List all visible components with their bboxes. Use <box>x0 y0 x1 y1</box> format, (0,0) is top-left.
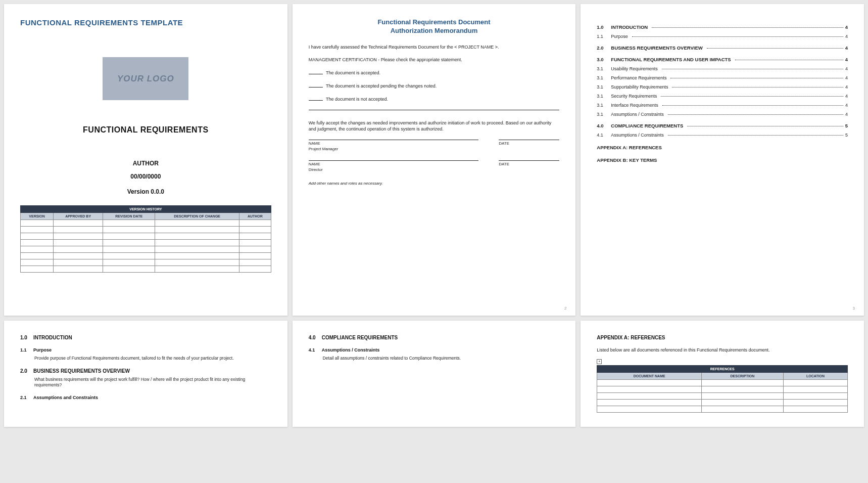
toc-row: 3.1Performance Requirements4 <box>597 75 848 80</box>
toc-row: 1.0INTRODUCTION4 <box>597 24 848 30</box>
toc-row: 4.0COMPLIANCE REQUIREMENTS5 <box>597 123 848 128</box>
date-label: 00/00/0000 <box>20 173 271 180</box>
document-title: FUNCTIONAL REQUIREMENTS <box>20 125 271 135</box>
signature-block-1: NAMEProject Manager DATE <box>309 140 560 151</box>
appendix-b: APPENDIX B: KEY TERMS <box>597 157 848 163</box>
option-2: The document is accepted pending the cha… <box>309 83 560 89</box>
table-row <box>21 220 271 227</box>
toc-row: 1.1Purpose4 <box>597 34 848 39</box>
section-4-heading: 4.0COMPLIANCE REQUIREMENTS <box>309 335 560 340</box>
memo-intro: I have carefully assessed the Technical … <box>309 45 560 51</box>
memo-title: Functional Requirements Document Authori… <box>309 18 560 35</box>
toc-row: 3.0FUNCTIONAL REQUIREMENTS AND USER IMPA… <box>597 57 848 62</box>
toc-row: 3.1Security Requirements4 <box>597 94 848 99</box>
toc-row: 2.0BUSINESS REQUIREMENTS OVERVIEW4 <box>597 45 848 51</box>
table-row <box>21 246 271 253</box>
signature-block-2: NAMEDirector DATE <box>309 160 560 172</box>
toc-row: 3.1Assumptions / Constraints4 <box>597 112 848 117</box>
mgmt-cert: MANAGEMENT CERTIFICATION - Please check … <box>309 57 560 63</box>
section-1-1-heading: 1.1Purpose <box>20 347 271 353</box>
page-5-compliance: 4.0COMPLIANCE REQUIREMENTS 4.1Assumption… <box>293 321 576 427</box>
page-number: 2 <box>564 306 566 311</box>
vh-title: VERSION HISTORY <box>21 206 271 213</box>
page-1-cover: FUNCTIONAL REQUIREMENTS TEMPLATE YOUR LO… <box>4 4 287 316</box>
option-1: The document is accepted. <box>309 70 560 75</box>
template-title: FUNCTIONAL REQUIREMENTS TEMPLATE <box>20 18 271 27</box>
table-row <box>21 266 271 273</box>
references-table: REFERENCES DOCUMENT NAME DESCRIPTION LOC… <box>597 365 848 413</box>
page-number: 3 <box>853 306 855 311</box>
vh-header-row: VERSION APPROVED BY REVISION DATE DESCRI… <box>21 213 271 220</box>
author-label: AUTHOR <box>20 160 271 167</box>
appendix-a-heading: APPENDIX A: REFERENCES <box>597 335 848 340</box>
ref-title: REFERENCES <box>597 366 848 373</box>
toc-row: 3.1Supportability Requirements4 <box>597 84 848 90</box>
section-4-1-body: Detail all assumptions / constraints rel… <box>323 356 560 361</box>
logo-placeholder: YOUR LOGO <box>103 57 188 100</box>
section-1-heading: 1.0INTRODUCTION <box>20 335 271 340</box>
add-names-note: Add other names and roles as necessary. <box>309 181 560 186</box>
accept-text: We fully accept the changes as needed im… <box>309 120 560 132</box>
toc-row: 3.1Usability Requirements4 <box>597 66 848 71</box>
table-row <box>597 380 848 386</box>
table-row <box>21 240 271 246</box>
section-2-1-heading: 2.1Assumptions and Constraints <box>20 395 271 400</box>
page-6-references: APPENDIX A: REFERENCES Listed below are … <box>581 321 864 427</box>
ref-header-row: DOCUMENT NAME DESCRIPTION LOCATION <box>597 373 848 380</box>
table-row <box>597 386 848 393</box>
page-2-memo: Functional Requirements Document Authori… <box>293 4 576 316</box>
section-4-1-heading: 4.1Assumptions / Constraints <box>309 347 560 353</box>
table-row <box>21 253 271 259</box>
version-history-table: VERSION HISTORY VERSION APPROVED BY REVI… <box>20 205 271 273</box>
appendix-a: APPENDIX A: REFERENCES <box>597 145 848 150</box>
page-4-intro: 1.0INTRODUCTION 1.1Purpose Provide purpo… <box>4 321 287 427</box>
page-grid: FUNCTIONAL REQUIREMENTS TEMPLATE YOUR LO… <box>4 4 864 427</box>
section-2-body: What business requirements will the proj… <box>34 377 271 388</box>
toc-row: 4.1Assumptions / Constraints5 <box>597 133 848 138</box>
section-2-heading: 2.0BUSINESS REQUIREMENTS OVERVIEW <box>20 368 271 374</box>
section-1-1-body: Provide purpose of Functional Requiremen… <box>34 356 271 361</box>
option-3: The document is not accepted. <box>309 97 560 102</box>
page-3-toc: 1.0INTRODUCTION41.1Purpose42.0BUSINESS R… <box>581 4 864 316</box>
table-row <box>597 393 848 400</box>
version-label: Version 0.0.0 <box>20 188 271 195</box>
divider <box>309 110 560 110</box>
table-row <box>21 259 271 266</box>
table-row <box>597 406 848 413</box>
table-row <box>21 227 271 233</box>
table-row <box>21 233 271 240</box>
references-note: Listed below are all documents reference… <box>597 347 848 353</box>
table-row <box>597 400 848 406</box>
toc-row: 3.1Interface Requirements4 <box>597 103 848 108</box>
expand-icon[interactable]: + <box>597 359 602 364</box>
